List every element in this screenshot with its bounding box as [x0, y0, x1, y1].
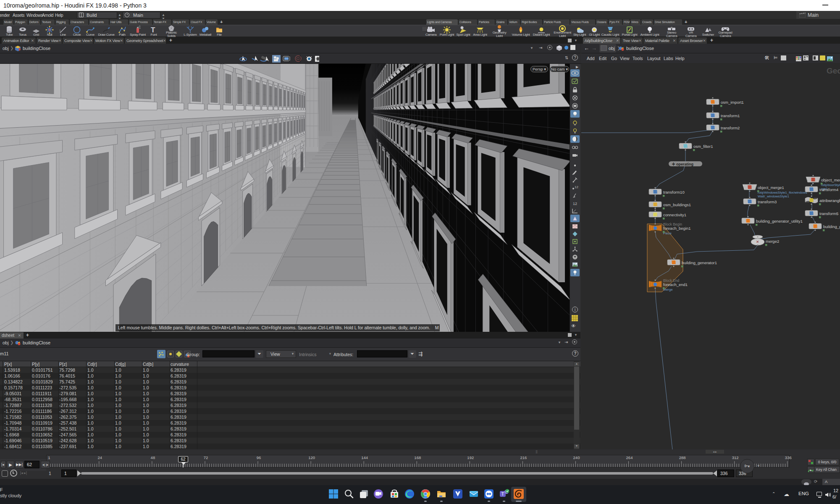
svg-text:T: T [501, 491, 504, 496]
